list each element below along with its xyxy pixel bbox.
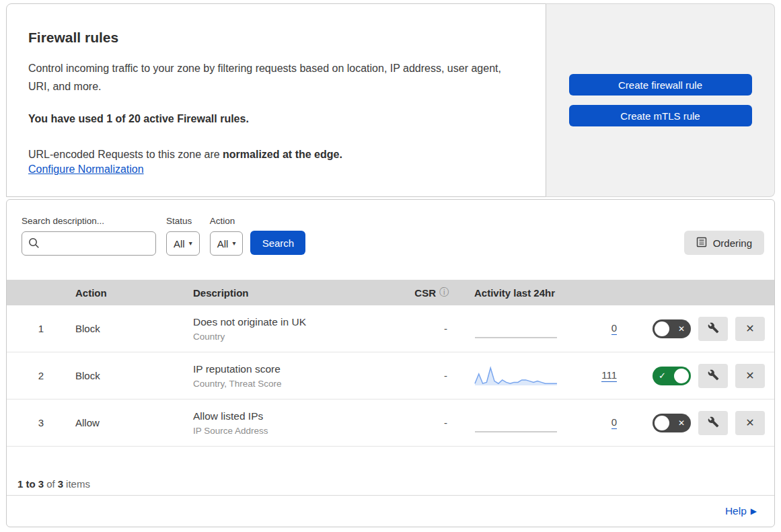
rule-priority: 1 (7, 323, 75, 334)
items-label: items (66, 478, 90, 490)
action-label: Action (210, 216, 244, 226)
filter-bar: Search description... Status All▾ Action… (7, 200, 774, 280)
action-column-header: Action (75, 287, 193, 299)
rule-description-cell: IP reputation score Country, Threat Scor… (193, 363, 381, 389)
status-label: Status (166, 216, 200, 226)
header-section: Firewall rules Control incoming traffic … (6, 3, 775, 197)
rule-action: Block (75, 370, 193, 381)
table-row: 2 Block IP reputation score Country, Thr… (7, 352, 774, 400)
rules-list-card: Search description... Status All▾ Action… (6, 199, 775, 527)
info-icon[interactable]: ⓘ (439, 287, 449, 299)
activity-count-link[interactable]: 0 (611, 416, 617, 429)
delete-rule-button[interactable]: ✕ (735, 411, 765, 435)
usage-summary: You have used 1 of 20 active Firewall ru… (28, 113, 524, 125)
intro-card: Firewall rules Control incoming traffic … (6, 3, 546, 197)
toggle-knob (674, 369, 689, 383)
help-bar: Help ▶ (7, 495, 774, 527)
rule-fields: IP Source Address (193, 426, 381, 436)
rule-description: IP reputation score (193, 363, 381, 375)
edit-rule-button[interactable] (698, 317, 728, 341)
intro-description: Control incoming traffic to your zone by… (28, 59, 521, 96)
page-title: Firewall rules (28, 30, 524, 46)
csr-column-header: CSRⓘ (381, 287, 449, 299)
status-dropdown-value: All (174, 238, 185, 250)
rule-priority: 3 (7, 417, 75, 428)
table-row: 1 Block Does not originate in UK Country… (7, 305, 774, 352)
rule-controls: ✓ ✕ ✕ (617, 364, 774, 388)
rule-description: Allow listed IPs (193, 410, 381, 422)
items-range: 1 to 3 (17, 478, 44, 490)
close-icon: ✕ (745, 416, 754, 429)
items-of: of (46, 478, 55, 490)
actions-panel: Create firewall rule Create mTLS rule (546, 3, 775, 197)
check-icon: ✓ (659, 371, 666, 380)
table-header: Action Description CSRⓘ Activity last 24… (7, 280, 774, 305)
search-input[interactable] (22, 231, 156, 256)
rule-controls: ✓ ✕ ✕ (617, 317, 774, 341)
delete-rule-button[interactable]: ✕ (735, 317, 765, 341)
search-button[interactable]: Search (250, 231, 305, 255)
help-link-label: Help (725, 505, 747, 517)
normalization-bold: normalized at the edge. (223, 149, 342, 160)
rule-fields: Country, Threat Score (193, 379, 381, 389)
edit-rule-button[interactable] (698, 411, 728, 435)
action-dropdown[interactable]: All▾ (210, 231, 244, 256)
configure-normalization-link[interactable]: Configure Normalization (28, 163, 144, 175)
rule-enabled-toggle[interactable]: ✓ ✕ (653, 414, 691, 432)
action-dropdown-value: All (217, 238, 229, 250)
search-filter-group: Search description... (22, 216, 156, 256)
table-row: 3 Allow Allow listed IPs IP Source Addre… (7, 400, 774, 447)
rule-controls: ✓ ✕ ✕ (617, 411, 774, 435)
close-icon: ✕ (745, 369, 754, 382)
toggle-knob (655, 321, 669, 336)
rule-description-cell: Allow listed IPs IP Source Address (193, 410, 381, 436)
activity-cell: 0 (449, 412, 617, 434)
ordering-button[interactable]: Ordering (684, 231, 764, 255)
status-filter-group: Status All▾ (166, 216, 200, 256)
activity-count-link[interactable]: 111 (601, 369, 617, 382)
description-column-header: Description (193, 287, 381, 299)
rule-csr: - (381, 370, 449, 381)
rule-fields: Country (193, 332, 381, 342)
help-arrow-icon: ▶ (751, 507, 757, 515)
wrench-icon (708, 416, 719, 430)
wrench-icon (708, 369, 719, 383)
activity-sparkline (474, 318, 558, 340)
toggle-knob (655, 416, 669, 430)
rule-csr: - (381, 323, 449, 334)
rule-csr: - (381, 417, 449, 428)
activity-sparkline (474, 412, 558, 434)
items-total: 3 (58, 478, 63, 490)
rule-priority: 2 (7, 370, 75, 381)
rule-description: Does not originate in UK (193, 316, 381, 328)
x-mark-icon: ✕ (678, 418, 685, 426)
rule-enabled-toggle[interactable]: ✓ ✕ (653, 367, 691, 385)
rule-action: Allow (75, 417, 193, 428)
help-link[interactable]: Help ▶ (725, 505, 757, 517)
rule-enabled-toggle[interactable]: ✓ ✕ (653, 319, 691, 338)
x-mark-icon: ✕ (678, 324, 685, 332)
delete-rule-button[interactable]: ✕ (735, 364, 765, 388)
activity-cell: 111 (449, 365, 617, 387)
rule-description-cell: Does not originate in UK Country (193, 316, 381, 342)
activity-sparkline (474, 365, 558, 387)
activity-column-header: Activity last 24hr (449, 287, 617, 299)
rule-action: Block (75, 323, 193, 334)
items-count: 1 to 3 of 3 items (7, 447, 774, 495)
search-icon (28, 237, 40, 252)
create-firewall-rule-button[interactable]: Create firewall rule (569, 74, 752, 96)
wrench-icon (708, 322, 719, 336)
create-mtls-rule-button[interactable]: Create mTLS rule (569, 105, 752, 126)
firewall-rules-page: Firewall rules Control incoming traffic … (0, 3, 781, 532)
action-filter-group: Action All▾ (210, 216, 244, 256)
edit-rule-button[interactable] (698, 364, 728, 388)
activity-count-link[interactable]: 0 (611, 322, 617, 335)
activity-cell: 0 (449, 318, 617, 340)
chevron-down-icon: ▾ (232, 240, 235, 247)
status-dropdown[interactable]: All▾ (166, 231, 200, 256)
ordering-button-label: Ordering (713, 237, 752, 249)
close-icon: ✕ (745, 322, 754, 335)
normalization-text: URL-encoded Requests to this zone are (28, 149, 223, 160)
search-label: Search description... (22, 216, 156, 226)
chevron-down-icon: ▾ (189, 240, 192, 247)
